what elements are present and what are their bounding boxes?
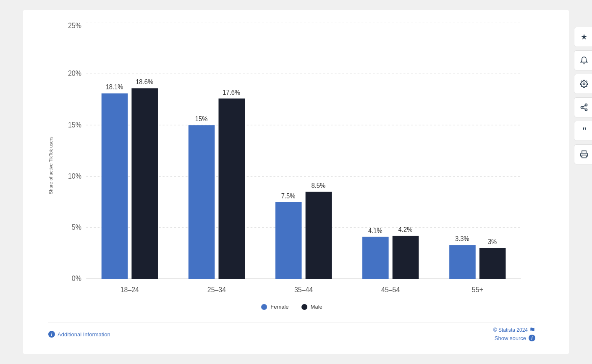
svg-text:15%: 15% bbox=[195, 115, 208, 122]
svg-text:10%: 10% bbox=[68, 172, 81, 180]
additional-info-label: Additional Information bbox=[58, 331, 110, 338]
bell-button[interactable] bbox=[574, 50, 592, 70]
svg-text:25–34: 25–34 bbox=[207, 286, 226, 294]
star-button[interactable]: ★ bbox=[574, 27, 592, 47]
svg-text:25%: 25% bbox=[68, 23, 81, 30]
bar-45-54-male bbox=[393, 236, 419, 279]
svg-point-3 bbox=[585, 109, 587, 111]
share-button[interactable] bbox=[574, 97, 592, 117]
print-button[interactable] bbox=[574, 144, 592, 164]
bar-25-34-male bbox=[219, 99, 245, 279]
chart-area: Share of active TikTok users 0 bbox=[48, 23, 535, 318]
legend-male-label: Male bbox=[311, 304, 322, 310]
svg-line-4 bbox=[583, 108, 585, 109]
bar-35-44-male bbox=[306, 192, 332, 279]
bar-35-44-female bbox=[275, 202, 302, 279]
y-axis-label: Share of active TikTok users bbox=[48, 23, 53, 295]
svg-text:18.1%: 18.1% bbox=[105, 83, 123, 91]
show-source-button[interactable]: Show source i bbox=[495, 335, 535, 341]
flag-icon bbox=[529, 327, 535, 333]
additional-info-button[interactable]: i Additional Information bbox=[48, 331, 110, 338]
bar-25-34-female bbox=[189, 125, 215, 279]
info-icon: i bbox=[48, 331, 55, 338]
settings-button[interactable] bbox=[574, 74, 592, 94]
footer: i Additional Information © Statista 2024… bbox=[48, 322, 535, 341]
footer-right: © Statista 2024 Show source i bbox=[493, 327, 535, 341]
svg-point-0 bbox=[583, 83, 585, 85]
svg-text:8.5%: 8.5% bbox=[311, 182, 325, 189]
svg-text:17.6%: 17.6% bbox=[223, 88, 240, 96]
svg-text:7.5%: 7.5% bbox=[281, 192, 296, 200]
chart-grid: 0% 5% 10% 15% 20% 25% bbox=[58, 23, 535, 295]
bar-45-54-female bbox=[362, 237, 389, 279]
svg-text:45–54: 45–54 bbox=[381, 286, 400, 294]
chart-inner: 0% 5% 10% 15% 20% 25% bbox=[58, 23, 535, 295]
statista-credit-text: © Statista 2024 bbox=[493, 327, 528, 333]
legend-female: Female bbox=[261, 304, 288, 310]
svg-text:4.1%: 4.1% bbox=[368, 227, 382, 234]
chart-legend: Female Male bbox=[48, 304, 535, 310]
svg-line-5 bbox=[583, 105, 585, 107]
legend-female-label: Female bbox=[270, 304, 288, 310]
svg-point-1 bbox=[585, 104, 587, 106]
chart-container: ★ " bbox=[23, 10, 569, 354]
statista-credit: © Statista 2024 bbox=[493, 327, 535, 333]
chart-svg: 0% 5% 10% 15% 20% 25% bbox=[58, 23, 535, 295]
svg-text:18–24: 18–24 bbox=[120, 286, 139, 294]
bar-18-24-male bbox=[131, 88, 158, 279]
svg-text:20%: 20% bbox=[68, 69, 81, 78]
svg-text:0%: 0% bbox=[72, 274, 81, 283]
svg-rect-6 bbox=[582, 155, 586, 158]
bar-55plus-female bbox=[449, 245, 476, 279]
legend-male: Male bbox=[301, 304, 322, 310]
show-source-label: Show source bbox=[495, 335, 526, 341]
legend-female-dot bbox=[261, 304, 267, 310]
svg-text:35–44: 35–44 bbox=[294, 286, 313, 294]
sidebar-buttons: ★ " bbox=[574, 27, 592, 164]
svg-text:3.3%: 3.3% bbox=[455, 235, 469, 242]
svg-point-2 bbox=[581, 107, 583, 109]
bar-55plus-male bbox=[479, 248, 506, 279]
svg-text:15%: 15% bbox=[68, 121, 81, 129]
show-source-info-icon: i bbox=[529, 335, 535, 341]
svg-text:18.6%: 18.6% bbox=[136, 78, 153, 86]
quote-button[interactable]: " bbox=[574, 121, 592, 141]
svg-text:4.2%: 4.2% bbox=[398, 226, 413, 233]
legend-male-dot bbox=[301, 304, 307, 310]
svg-text:55+: 55+ bbox=[472, 286, 483, 294]
svg-text:3%: 3% bbox=[488, 238, 497, 245]
svg-text:5%: 5% bbox=[72, 223, 81, 231]
bar-18-24-female bbox=[102, 94, 128, 279]
